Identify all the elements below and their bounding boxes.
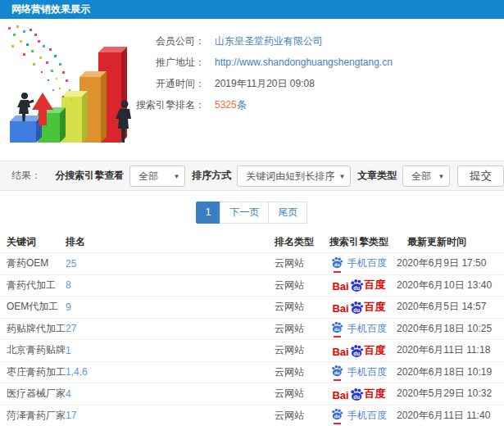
rank-type-cell: 云网站: [275, 387, 304, 399]
table-body: 膏药OEM 25 云网站 du 手机百度 2020年6月9日 17:50: [0, 252, 504, 426]
mobile-baidu-logo: du 手机百度: [331, 408, 387, 423]
engine-rank-row: 搜索引擎排名： 5325条: [123, 94, 393, 116]
baidu-paw-icon: du: [350, 301, 364, 315]
rank-type-cell: 云网站: [275, 323, 304, 334]
header-engine-type: 搜索引擎类型: [321, 235, 397, 249]
sort-filter-select[interactable]: 关键词由短到长排序▼: [237, 165, 351, 187]
mobile-baidu-label: 手机百度: [347, 256, 387, 270]
svg-text:du: du: [353, 350, 360, 356]
mobile-baidu-label: 手机百度: [347, 409, 387, 423]
keyword-cell: 药贴牌代加工: [7, 323, 66, 334]
svg-text:du: du: [334, 370, 341, 375]
svg-text:du: du: [334, 262, 341, 267]
table-row: 膏药代加工 8 云网站 Bai du 百度 2020年6月10日 13:40: [0, 274, 504, 297]
table-row: OEM代加工 9 云网站 Bai du 百度 2020年6月5日 14:57: [0, 296, 504, 318]
baidu-bai-text: Bai: [332, 346, 348, 358]
table-header-row: 关键词 排名 排名类型 搜索引擎类型 最新更新时间: [0, 232, 504, 252]
engine-filter-label: 分搜索引擎查看: [55, 169, 124, 183]
table-row: 北京膏药贴牌 1 云网站 Bai du 百度 2020年6月11日 11:18: [0, 339, 504, 361]
rank-type-cell: 云网站: [275, 257, 304, 269]
engine-rank-label: 搜索引擎排名：: [123, 94, 205, 116]
company-row: 会员公司： 山东皇圣堂药业有限公司: [123, 30, 393, 52]
updated-time-cell: 2020年6月5日 14:57: [397, 301, 486, 312]
rank-count: 5325: [215, 99, 237, 111]
open-time-value: 2019年11月20日 09:08: [215, 73, 315, 94]
mobile-baidu-logo: du 手机百度: [331, 365, 387, 379]
baidu-paw-icon: du: [331, 365, 343, 379]
open-time-row: 开通时间： 2019年11月20日 09:08: [123, 73, 393, 94]
updated-time-cell: 2020年5月29日 10:32: [397, 387, 492, 399]
header-rank: 排名: [66, 235, 275, 249]
sort-filter-label: 排序方式: [192, 169, 231, 183]
mobile-baidu-logo: du 手机百度: [331, 321, 387, 336]
keyword-cell: 膏药OEM: [7, 257, 48, 269]
promo-url-row: 推广地址： http://www.shandonghuangshengtang.…: [123, 52, 393, 73]
engine-filter-select[interactable]: 全部▼: [129, 165, 185, 187]
article-type-label: 文章类型: [357, 169, 397, 183]
info-section: 会员公司： 山东皇圣堂药业有限公司 推广地址： http://www.shand…: [0, 19, 504, 161]
baidu-bai-text: Bai: [332, 280, 348, 292]
rank-link[interactable]: 25: [66, 258, 76, 270]
updated-time-cell: 2020年6月11日 11:40: [397, 410, 490, 421]
mobile-baidu-logo: du 手机百度: [331, 256, 387, 271]
keyword-cell: 北京膏药贴牌: [7, 344, 66, 356]
last-page-button[interactable]: 尾页: [268, 202, 307, 224]
svg-text:du: du: [353, 306, 360, 312]
baidu-paw-icon: du: [331, 408, 343, 423]
open-time-label: 开通时间：: [123, 73, 205, 94]
company-label: 会员公司：: [123, 30, 205, 52]
baidu-cn-text: 百度: [365, 278, 386, 292]
keyword-cell: 枣庄膏药加工: [7, 366, 66, 378]
article-type-select[interactable]: 全部▼: [402, 165, 450, 187]
rank-link[interactable]: 1,4,6: [66, 366, 88, 378]
page-title: 网络营销效果展示: [0, 0, 504, 19]
table-row: 枣庄膏药加工 1,4,6 云网站 du 手机百度 2020年6月18日 10:1…: [0, 361, 504, 383]
promo-url-label: 推广地址：: [123, 52, 205, 73]
table-row: 药贴牌代加工 27 云网站 du 手机百度 2020年6月18日 10:25: [0, 318, 504, 340]
baidu-pc-logo: Bai du 百度: [332, 300, 385, 315]
keyword-cell: 菏泽膏药厂家: [7, 410, 66, 421]
table-row: 菏泽膏药厂家 17 云网站 du 手机百度 2020年6月11日 11:40: [0, 405, 504, 426]
company-info-block: 会员公司： 山东皇圣堂药业有限公司 推广地址： http://www.shand…: [123, 30, 393, 116]
rank-link[interactable]: 4: [66, 388, 71, 400]
confetti-decoration: [8, 25, 72, 101]
baidu-bai-text: Bai: [332, 302, 348, 315]
updated-time-cell: 2020年6月18日 10:19: [397, 366, 492, 378]
rank-link[interactable]: 1: [66, 345, 71, 356]
baidu-paw-icon: du: [331, 256, 343, 271]
keyword-cell: OEM代加工: [7, 301, 58, 312]
svg-text:du: du: [334, 414, 341, 419]
updated-time-cell: 2020年6月11日 11:18: [397, 344, 490, 356]
mobile-baidu-label: 手机百度: [347, 322, 387, 336]
baidu-bai-text: Bai: [332, 389, 348, 401]
svg-text:du: du: [353, 393, 360, 399]
rank-link[interactable]: 8: [66, 279, 71, 291]
baidu-paw-icon: du: [331, 321, 343, 336]
rank-link[interactable]: 17: [66, 410, 76, 421]
rank-unit-link[interactable]: 条: [237, 99, 247, 111]
baidu-cn-text: 百度: [365, 387, 386, 401]
page-1-button[interactable]: 1: [196, 202, 221, 224]
updated-time-cell: 2020年6月10日 13:40: [397, 279, 492, 291]
svg-text:du: du: [334, 327, 341, 332]
rank-type-cell: 云网站: [275, 279, 304, 291]
rank-link[interactable]: 27: [66, 323, 76, 334]
chevron-down-icon: ▼: [173, 167, 179, 187]
submit-button[interactable]: 提交: [457, 165, 504, 187]
chevron-down-icon: ▼: [338, 167, 345, 187]
rank-link[interactable]: 9: [66, 301, 71, 313]
table-row: 膏药OEM 25 云网站 du 手机百度 2020年6月9日 17:50: [0, 252, 504, 274]
baidu-cn-text: 百度: [365, 343, 386, 358]
company-link[interactable]: 山东皇圣堂药业有限公司: [215, 30, 323, 52]
promo-url-link[interactable]: http://www.shandonghuangshengtang.cn: [215, 52, 393, 73]
baidu-cn-text: 百度: [365, 300, 386, 315]
filter-bar: 结果： 分搜索引擎查看 全部▼ 排序方式 关键词由短到长排序▼ 文章类型 全部▼…: [0, 161, 504, 191]
next-page-button[interactable]: 下一页: [220, 202, 269, 224]
result-label: 结果：: [11, 169, 41, 183]
header-rank-type: 排名类型: [275, 235, 321, 249]
baidu-pc-logo: Bai du 百度: [332, 278, 385, 292]
table-row: 医疗器械厂家 4 云网站 Bai du 百度 2020年5月29日 10:32: [0, 383, 504, 405]
mobile-baidu-label: 手机百度: [347, 365, 387, 379]
baidu-pc-logo: Bai du 百度: [332, 343, 385, 358]
rank-type-cell: 云网站: [275, 344, 304, 356]
